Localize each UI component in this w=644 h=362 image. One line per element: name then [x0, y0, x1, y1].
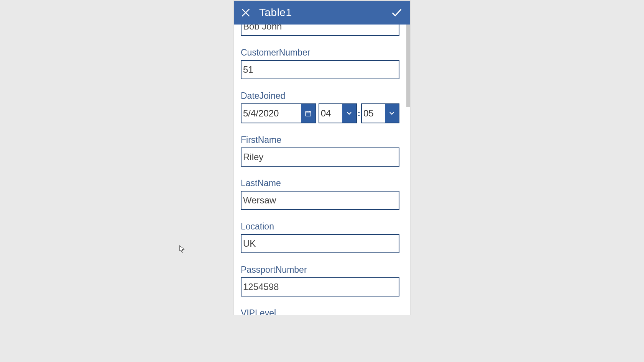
datejoined-minute-value: 05	[362, 104, 385, 123]
svg-rect-2	[306, 111, 311, 116]
close-icon	[241, 8, 251, 18]
submit-button[interactable]	[390, 6, 403, 19]
datejoined-hour-dropdown-button[interactable]	[342, 104, 356, 123]
lastname-input[interactable]	[241, 191, 399, 210]
mouse-cursor	[179, 245, 185, 254]
app-frame: Table1 Bob John CustomerNumber DateJoine…	[234, 1, 410, 315]
app-header: Table1	[234, 1, 410, 25]
name-input-value: Bob John	[243, 25, 282, 31]
label-datejoined: DateJoined	[241, 91, 399, 101]
label-viplevel: VIPLevel	[241, 308, 399, 315]
header-left: Table1	[239, 6, 292, 19]
passportnumber-input[interactable]	[241, 277, 399, 296]
check-icon	[391, 7, 403, 19]
location-input[interactable]	[241, 234, 399, 253]
chevron-down-icon	[346, 110, 353, 117]
label-firstname: FirstName	[241, 135, 399, 145]
label-location: Location	[241, 221, 399, 232]
calendar-icon	[305, 110, 312, 117]
page-title: Table1	[259, 7, 292, 19]
label-customernumber: CustomerNumber	[241, 48, 399, 58]
scrollbar-thumb[interactable]	[406, 25, 410, 107]
label-lastname: LastName	[241, 178, 399, 188]
datejoined-date-value: 5/4/2020	[242, 104, 301, 123]
customernumber-input[interactable]	[241, 60, 399, 79]
time-separator: :	[358, 103, 360, 123]
form-scroll-area: Bob John CustomerNumber DateJoined 5/4/2…	[234, 25, 406, 315]
datejoined-minute-dropdown-button[interactable]	[385, 104, 399, 123]
chevron-down-icon	[388, 110, 395, 117]
label-passportnumber: PassportNumber	[241, 265, 399, 275]
datejoined-row: 5/4/2020 04 :	[241, 103, 399, 123]
close-button[interactable]	[239, 6, 252, 19]
datejoined-hour-value: 04	[319, 104, 342, 123]
datejoined-minute-select[interactable]: 05	[361, 103, 399, 123]
name-input-partial[interactable]: Bob John	[241, 25, 399, 36]
datejoined-hour-select[interactable]: 04	[319, 103, 357, 123]
datejoined-calendar-button[interactable]	[301, 104, 315, 123]
firstname-input[interactable]	[241, 147, 399, 167]
datejoined-date-picker[interactable]: 5/4/2020	[241, 103, 316, 123]
